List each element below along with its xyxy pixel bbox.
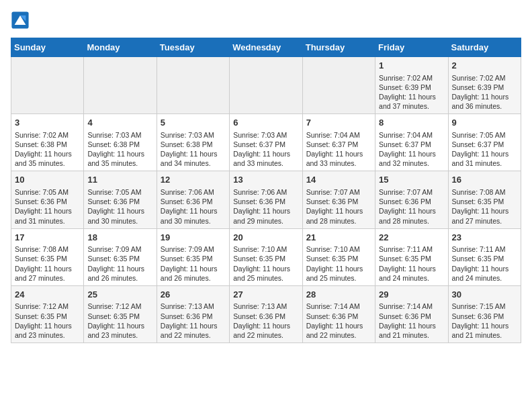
calendar-cell: 25Sunrise: 7:12 AMSunset: 6:35 PMDayligh… bbox=[84, 285, 157, 342]
day-info-line: and 34 minutes. bbox=[161, 158, 226, 168]
day-info-line: Daylight: 11 hours bbox=[452, 149, 517, 158]
day-number: 20 bbox=[233, 232, 298, 244]
calendar-cell: 24Sunrise: 7:12 AMSunset: 6:35 PMDayligh… bbox=[11, 285, 84, 342]
day-info-line: and 31 minutes. bbox=[452, 158, 517, 168]
day-info-line: Daylight: 11 hours bbox=[379, 264, 444, 273]
calendar-cell: 5Sunrise: 7:03 AMSunset: 6:38 PMDaylight… bbox=[157, 114, 229, 171]
day-info-line: and 25 minutes. bbox=[306, 273, 371, 283]
day-info-line: and 30 minutes. bbox=[161, 216, 226, 226]
weekday-header-monday: Monday bbox=[84, 38, 157, 57]
day-info-line: Sunrise: 7:06 AM bbox=[161, 187, 226, 197]
day-number: 29 bbox=[379, 289, 444, 301]
day-info-line: Daylight: 11 hours bbox=[87, 206, 152, 216]
day-number: 7 bbox=[306, 117, 371, 129]
day-info-line: Daylight: 11 hours bbox=[306, 321, 371, 330]
day-info-line: and 35 minutes. bbox=[15, 158, 80, 168]
day-info-line: Sunset: 6:36 PM bbox=[161, 197, 226, 206]
day-info-line: Sunset: 6:38 PM bbox=[15, 140, 80, 149]
calendar-week-row: 24Sunrise: 7:12 AMSunset: 6:35 PMDayligh… bbox=[11, 285, 521, 342]
day-info-line: Sunset: 6:36 PM bbox=[233, 312, 298, 321]
day-info-line: Sunrise: 7:05 AM bbox=[15, 187, 80, 197]
day-info-line: Daylight: 11 hours bbox=[452, 92, 517, 101]
day-info-line: Daylight: 11 hours bbox=[15, 149, 80, 158]
day-info-line: Daylight: 11 hours bbox=[233, 149, 298, 158]
day-info-line: and 29 minutes. bbox=[233, 216, 298, 226]
day-info-line: Sunset: 6:36 PM bbox=[452, 312, 517, 321]
day-number: 1 bbox=[379, 60, 444, 72]
day-info-line: Sunrise: 7:08 AM bbox=[452, 187, 517, 197]
calendar-cell bbox=[230, 57, 302, 114]
calendar-cell: 2Sunrise: 7:02 AMSunset: 6:39 PMDaylight… bbox=[448, 57, 521, 114]
day-info-line: Sunset: 6:35 PM bbox=[452, 197, 517, 206]
day-info-line: Sunrise: 7:07 AM bbox=[306, 187, 371, 197]
calendar-week-row: 3Sunrise: 7:02 AMSunset: 6:38 PMDaylight… bbox=[11, 114, 521, 171]
day-info-line: Daylight: 11 hours bbox=[379, 149, 444, 158]
calendar-cell: 8Sunrise: 7:04 AMSunset: 6:37 PMDaylight… bbox=[375, 114, 448, 171]
day-number: 13 bbox=[233, 174, 298, 186]
day-info-line: and 26 minutes. bbox=[161, 273, 226, 283]
day-info-line: Sunset: 6:35 PM bbox=[233, 254, 298, 263]
calendar-cell: 23Sunrise: 7:11 AMSunset: 6:35 PMDayligh… bbox=[448, 228, 521, 285]
day-number: 10 bbox=[15, 174, 80, 186]
day-info-line: and 25 minutes. bbox=[233, 273, 298, 283]
day-info-line: and 27 minutes. bbox=[452, 216, 517, 226]
day-number: 30 bbox=[452, 289, 517, 301]
day-info-line: and 26 minutes. bbox=[87, 273, 152, 283]
day-number: 21 bbox=[306, 232, 371, 244]
day-info-line: Daylight: 11 hours bbox=[87, 321, 152, 330]
day-info-line: Sunrise: 7:07 AM bbox=[379, 187, 444, 197]
day-info-line: Sunset: 6:36 PM bbox=[306, 197, 371, 206]
day-info-line: Sunset: 6:35 PM bbox=[87, 254, 152, 263]
logo-icon bbox=[11, 11, 30, 30]
day-info-line: Sunrise: 7:03 AM bbox=[233, 130, 298, 140]
day-info-line: Daylight: 11 hours bbox=[15, 321, 80, 330]
day-info-line: Daylight: 11 hours bbox=[379, 321, 444, 330]
day-info-line: Sunrise: 7:11 AM bbox=[379, 244, 444, 254]
day-number: 17 bbox=[15, 232, 80, 244]
day-number: 16 bbox=[452, 174, 517, 186]
day-info-line: Sunset: 6:39 PM bbox=[452, 83, 517, 92]
calendar-cell bbox=[157, 57, 229, 114]
day-info-line: and 33 minutes. bbox=[233, 158, 298, 168]
calendar-cell bbox=[11, 57, 84, 114]
day-info-line: and 30 minutes. bbox=[87, 216, 152, 226]
day-number: 24 bbox=[15, 289, 80, 301]
day-number: 22 bbox=[379, 232, 444, 244]
day-info-line: Sunset: 6:37 PM bbox=[452, 140, 517, 149]
day-number: 4 bbox=[87, 117, 152, 129]
day-number: 27 bbox=[233, 289, 298, 301]
calendar-cell: 19Sunrise: 7:09 AMSunset: 6:35 PMDayligh… bbox=[157, 228, 229, 285]
day-info-line: Daylight: 11 hours bbox=[161, 321, 226, 330]
day-info-line: Sunrise: 7:05 AM bbox=[452, 130, 517, 140]
day-info-line: Sunrise: 7:02 AM bbox=[452, 73, 517, 83]
day-number: 26 bbox=[161, 289, 226, 301]
day-info-line: Daylight: 11 hours bbox=[306, 206, 371, 216]
calendar-cell: 22Sunrise: 7:11 AMSunset: 6:35 PMDayligh… bbox=[375, 228, 448, 285]
day-info-line: Sunset: 6:35 PM bbox=[87, 312, 152, 321]
day-number: 19 bbox=[161, 232, 226, 244]
day-info-line: and 22 minutes. bbox=[233, 330, 298, 340]
day-info-line: Sunset: 6:35 PM bbox=[15, 312, 80, 321]
day-info-line: and 35 minutes. bbox=[87, 158, 152, 168]
day-info-line: Sunset: 6:36 PM bbox=[233, 197, 298, 206]
calendar-cell: 18Sunrise: 7:09 AMSunset: 6:35 PMDayligh… bbox=[84, 228, 157, 285]
day-info-line: and 28 minutes. bbox=[379, 216, 444, 226]
day-info-line: and 23 minutes. bbox=[87, 330, 152, 340]
day-number: 28 bbox=[306, 289, 371, 301]
day-info-line: Sunset: 6:35 PM bbox=[15, 254, 80, 263]
day-info-line: Sunset: 6:37 PM bbox=[379, 140, 444, 149]
day-number: 23 bbox=[452, 232, 517, 244]
calendar-cell: 27Sunrise: 7:13 AMSunset: 6:36 PMDayligh… bbox=[230, 285, 302, 342]
calendar-cell bbox=[302, 57, 375, 114]
day-info-line: Daylight: 11 hours bbox=[15, 206, 80, 216]
day-info-line: and 24 minutes. bbox=[452, 273, 517, 283]
calendar-week-row: 17Sunrise: 7:08 AMSunset: 6:35 PMDayligh… bbox=[11, 228, 521, 285]
day-info-line: Sunrise: 7:04 AM bbox=[379, 130, 444, 140]
day-info-line: and 24 minutes. bbox=[379, 273, 444, 283]
day-info-line: Sunrise: 7:15 AM bbox=[452, 302, 517, 311]
day-number: 5 bbox=[161, 117, 226, 129]
day-info-line: Sunrise: 7:14 AM bbox=[379, 302, 444, 311]
day-info-line: Sunrise: 7:09 AM bbox=[87, 244, 152, 254]
calendar-cell: 21Sunrise: 7:10 AMSunset: 6:35 PMDayligh… bbox=[302, 228, 375, 285]
calendar-cell: 3Sunrise: 7:02 AMSunset: 6:38 PMDaylight… bbox=[11, 114, 84, 171]
